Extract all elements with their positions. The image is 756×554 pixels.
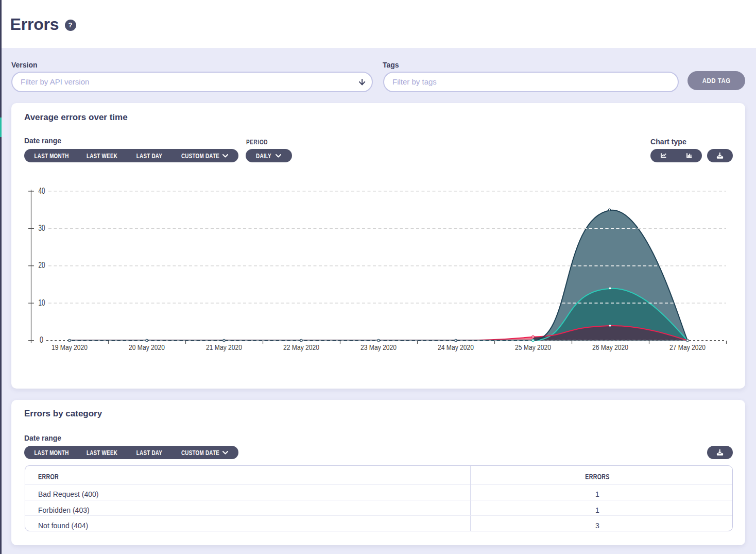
svg-text:21 May 2020: 21 May 2020 <box>206 343 242 351</box>
svg-text:20: 20 <box>39 261 45 270</box>
svg-text:22 May 2020: 22 May 2020 <box>283 343 319 351</box>
svg-text:30: 30 <box>39 224 45 232</box>
svg-text:40: 40 <box>39 187 45 195</box>
svg-text:19 May 2020: 19 May 2020 <box>51 343 88 351</box>
svg-text:27 May 2020: 27 May 2020 <box>669 343 706 351</box>
svg-text:0: 0 <box>40 335 43 344</box>
svg-text:26 May 2020: 26 May 2020 <box>592 343 628 351</box>
svg-text:25 May 2020: 25 May 2020 <box>515 343 551 351</box>
svg-text:20 May 2020: 20 May 2020 <box>129 343 165 351</box>
svg-text:24 May 2020: 24 May 2020 <box>438 343 474 351</box>
svg-text:23 May 2020: 23 May 2020 <box>360 343 397 351</box>
svg-text:10: 10 <box>39 298 45 307</box>
